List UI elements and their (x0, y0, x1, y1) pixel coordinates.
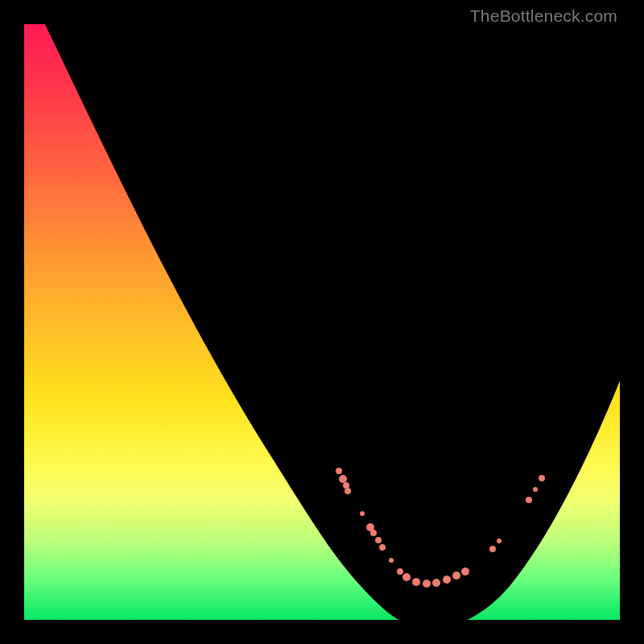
data-dot (452, 572, 460, 580)
chart-root: TheBottleneck.com (0, 0, 644, 644)
data-dot (375, 537, 382, 543)
data-dot (443, 576, 451, 584)
data-dot (497, 539, 502, 543)
data-dot (360, 511, 365, 516)
data-dot (397, 568, 403, 575)
data-dot (423, 580, 431, 588)
data-dot (389, 558, 394, 563)
data-dot (412, 578, 420, 586)
data-dot (539, 475, 545, 481)
plot-area (24, 24, 620, 620)
data-dot (336, 468, 342, 474)
data-dot (345, 488, 351, 494)
data-dot (533, 487, 538, 492)
watermark: TheBottleneck.com (470, 6, 617, 26)
data-dot (526, 497, 532, 503)
curve-line (24, 24, 620, 620)
data-dot (379, 544, 386, 551)
data-dot (461, 568, 469, 576)
curve-path (46, 24, 620, 620)
data-dot (370, 530, 377, 536)
data-dot (402, 573, 411, 581)
data-dot (489, 546, 496, 552)
data-dot (432, 579, 440, 587)
